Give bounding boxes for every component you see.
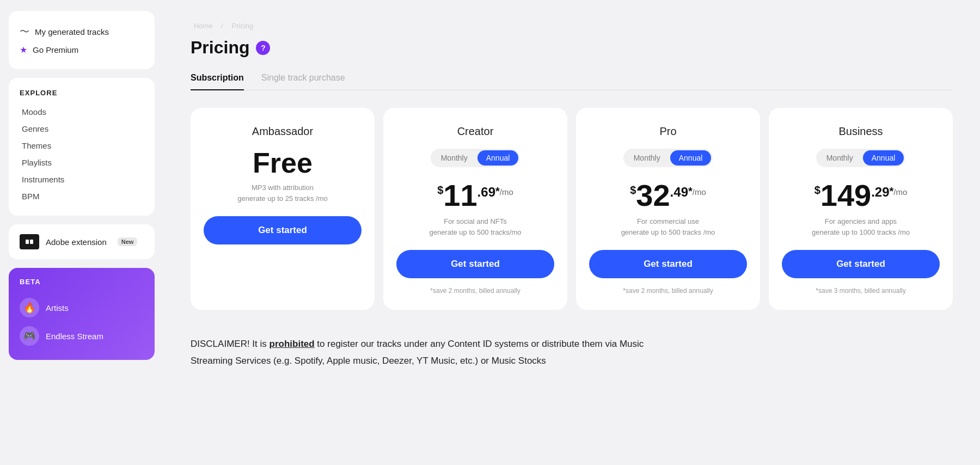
plan-name-creator: Creator bbox=[457, 125, 494, 138]
price-main-creator: 11 bbox=[443, 180, 477, 211]
business-toggle-annual[interactable]: Annual bbox=[863, 150, 904, 166]
sidebar: 〜 My generated tracks ★ Go Premium EXPLO… bbox=[0, 0, 163, 465]
sidebar-item-playlists[interactable]: Playlists bbox=[20, 154, 144, 171]
disclaimer-prohibited: prohibited bbox=[270, 339, 315, 349]
star-icon: ★ bbox=[20, 45, 27, 55]
get-started-ambassador[interactable]: Get started bbox=[204, 216, 362, 244]
plan-desc-pro: For commercial use generate up to 500 tr… bbox=[621, 216, 715, 238]
price-per-business: /mo bbox=[893, 188, 907, 196]
sidebar-item-my-generated-tracks[interactable]: 〜 My generated tracks bbox=[20, 22, 144, 41]
pro-toggle-monthly[interactable]: Monthly bbox=[625, 150, 669, 166]
adobe-extension-card[interactable]: Adobe extension New bbox=[9, 224, 155, 259]
sidebar-item-go-premium[interactable]: ★ Go Premium bbox=[20, 41, 144, 58]
plan-desc-business: For agencies and apps generate up to 100… bbox=[812, 216, 910, 238]
plan-card-ambassador: Ambassador Free MP3 with attribution gen… bbox=[191, 108, 375, 310]
svg-rect-1 bbox=[26, 240, 29, 244]
help-icon[interactable]: ? bbox=[256, 41, 270, 55]
beta-card: BETA 🔥 Artists 🎮 Endless Stream bbox=[9, 268, 155, 360]
plan-card-pro: Pro Monthly Annual $ 32 .49 * /mo For co… bbox=[576, 108, 760, 310]
adobe-icon bbox=[20, 234, 39, 249]
price-asterisk-creator: * bbox=[495, 186, 500, 197]
wave-icon: 〜 bbox=[20, 25, 29, 38]
get-started-business[interactable]: Get started bbox=[782, 250, 940, 278]
page-title: Pricing bbox=[191, 38, 249, 58]
price-asterisk-pro: * bbox=[688, 186, 693, 197]
price-per-creator: /mo bbox=[500, 188, 513, 196]
business-toggle: Monthly Annual bbox=[816, 149, 906, 167]
price-decimal-pro: .49 bbox=[670, 186, 688, 199]
endless-stream-icon: 🎮 bbox=[20, 326, 39, 346]
main-content: Home / Pricing Pricing ? Subscription Si… bbox=[163, 0, 980, 465]
price-main-business: 149 bbox=[820, 180, 871, 211]
artists-icon: 🔥 bbox=[20, 298, 39, 317]
pro-price: $ 32 .49 * /mo bbox=[630, 180, 706, 211]
pricing-grid: Ambassador Free MP3 with attribution gen… bbox=[191, 108, 953, 310]
explore-label: EXPLORE bbox=[20, 89, 144, 97]
explore-card: EXPLORE Moods Genres Themes Playlists In… bbox=[9, 78, 155, 216]
pricing-tabs: Subscription Single track purchase bbox=[191, 73, 953, 90]
page-title-row: Pricing ? bbox=[191, 38, 953, 58]
price-free: Free bbox=[253, 149, 313, 177]
plan-desc-creator: For social and NFTs generate up to 500 t… bbox=[429, 216, 521, 238]
business-toggle-monthly[interactable]: Monthly bbox=[818, 150, 862, 166]
business-price: $ 149 .29 * /mo bbox=[814, 180, 908, 211]
creator-price: $ 11 .69 * /mo bbox=[437, 180, 513, 211]
sidebar-item-themes[interactable]: Themes bbox=[20, 137, 144, 154]
price-main-pro: 32 bbox=[636, 180, 670, 211]
plan-card-business: Business Monthly Annual $ 149 .29 * /mo … bbox=[769, 108, 953, 310]
get-started-pro[interactable]: Get started bbox=[589, 250, 747, 278]
save-note-creator: *save 2 months, billed annually bbox=[430, 287, 520, 295]
sidebar-item-instruments[interactable]: Instruments bbox=[20, 171, 144, 188]
new-badge: New bbox=[118, 237, 138, 246]
breadcrumb: Home / Pricing bbox=[191, 22, 953, 30]
beta-label: BETA bbox=[20, 278, 144, 286]
sidebar-item-bpm[interactable]: BPM bbox=[20, 188, 144, 205]
save-note-pro: *save 2 months, billed annually bbox=[623, 287, 713, 295]
svg-rect-2 bbox=[30, 240, 33, 244]
price-dollar-business: $ bbox=[814, 185, 820, 195]
pro-toggle: Monthly Annual bbox=[623, 149, 713, 167]
price-dollar-pro: $ bbox=[630, 185, 636, 195]
price-dollar-creator: $ bbox=[437, 185, 443, 195]
save-note-business: *save 3 months, billed annually bbox=[816, 287, 905, 295]
sidebar-item-endless-stream[interactable]: 🎮 Endless Stream bbox=[20, 322, 144, 350]
creator-toggle: Monthly Annual bbox=[431, 149, 520, 167]
sidebar-top-card: 〜 My generated tracks ★ Go Premium bbox=[9, 11, 155, 69]
sidebar-item-artists[interactable]: 🔥 Artists bbox=[20, 293, 144, 322]
creator-toggle-annual[interactable]: Annual bbox=[477, 150, 519, 166]
price-asterisk-business: * bbox=[890, 186, 894, 197]
sidebar-item-moods[interactable]: Moods bbox=[20, 103, 144, 120]
plan-name-business: Business bbox=[838, 125, 883, 138]
adobe-extension-label: Adobe extension bbox=[46, 237, 107, 247]
creator-toggle-monthly[interactable]: Monthly bbox=[432, 150, 476, 166]
get-started-creator[interactable]: Get started bbox=[396, 250, 554, 278]
tab-subscription[interactable]: Subscription bbox=[191, 73, 244, 90]
price-per-pro: /mo bbox=[693, 188, 706, 196]
plan-desc-ambassador: MP3 with attribution generate up to 25 t… bbox=[237, 182, 327, 204]
price-decimal-creator: .69 bbox=[477, 186, 495, 199]
price-decimal-business: .29 bbox=[871, 186, 889, 199]
tab-single-track[interactable]: Single track purchase bbox=[261, 73, 345, 90]
plan-name-ambassador: Ambassador bbox=[252, 125, 313, 138]
disclaimer: DISCLAIMER! It is prohibited to register… bbox=[191, 336, 681, 369]
sidebar-item-genres[interactable]: Genres bbox=[20, 120, 144, 137]
plan-card-creator: Creator Monthly Annual $ 11 .69 * /mo Fo… bbox=[383, 108, 567, 310]
plan-name-pro: Pro bbox=[659, 125, 676, 138]
pro-toggle-annual[interactable]: Annual bbox=[670, 150, 712, 166]
